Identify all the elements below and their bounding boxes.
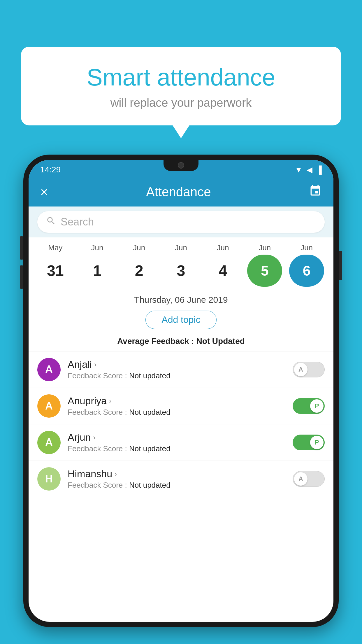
calendar-date-2[interactable]: 2	[122, 255, 157, 287]
calendar-month-6[interactable]: Jun	[289, 243, 324, 252]
student-info-anupriya: Anupriya › Feedback Score : Not updated	[68, 395, 286, 417]
student-item-himanshu[interactable]: H Himanshu › Feedback Score : Not update…	[29, 461, 333, 497]
chevron-icon-anupriya: ›	[109, 397, 111, 405]
close-button[interactable]: ×	[40, 184, 48, 200]
speech-bubble-title: Smart attendance	[38, 64, 324, 90]
search-container: Search	[29, 206, 333, 237]
calendar-month-4[interactable]: Jun	[205, 243, 240, 252]
search-icon	[46, 216, 56, 228]
toggle-anupriya[interactable]: P	[293, 398, 325, 414]
status-time: 14:29	[40, 165, 61, 174]
toggle-anjali[interactable]: A	[293, 362, 325, 377]
phone-frame: 14:29 ▼ ◀ ▐ × Attendance	[23, 155, 339, 644]
avg-feedback-label: Average Feedback :	[117, 337, 196, 346]
calendar-date-3[interactable]: 3	[164, 255, 198, 287]
chevron-icon-anjali: ›	[94, 360, 96, 369]
calendar-date-today[interactable]: 5	[247, 255, 282, 287]
toggle-himanshu[interactable]: A	[293, 471, 325, 487]
toggle-knob-anupriya: P	[310, 399, 324, 413]
student-item-anupriya[interactable]: A Anupriya › Feedback Score : Not update…	[29, 388, 333, 424]
calendar-date-4[interactable]: 4	[205, 255, 240, 287]
signal-icon: ◀	[307, 165, 312, 174]
student-name-anupriya: Anupriya ›	[68, 395, 286, 407]
student-list: A Anjali › Feedback Score : Not updated	[29, 351, 333, 497]
student-item-anjali[interactable]: A Anjali › Feedback Score : Not updated	[29, 351, 333, 388]
app-bar: × Attendance	[29, 177, 333, 206]
volume-up-button[interactable]	[20, 236, 23, 260]
student-feedback-himanshu: Feedback Score : Not updated	[68, 481, 286, 490]
student-name-anjali: Anjali ›	[68, 359, 286, 370]
front-camera	[178, 162, 184, 169]
speech-bubble-subtitle: will replace your paperwork	[38, 96, 324, 109]
add-topic-button[interactable]: Add topic	[145, 311, 216, 329]
phone-outer: 14:29 ▼ ◀ ▐ × Attendance	[23, 155, 339, 627]
toggle-knob-anjali: A	[294, 363, 307, 376]
search-placeholder: Search	[61, 216, 94, 228]
calendar-date-0[interactable]: 31	[38, 255, 73, 287]
student-info-himanshu: Himanshu › Feedback Score : Not updated	[68, 468, 286, 490]
toggle-arjun[interactable]: P	[293, 435, 325, 450]
speech-bubble: Smart attendance will replace your paper…	[21, 47, 341, 125]
calendar-months: May Jun Jun Jun Jun Jun Jun	[29, 243, 333, 252]
calendar-date-selected[interactable]: 6	[289, 255, 324, 287]
student-name-arjun: Arjun ›	[68, 432, 286, 443]
phone-screen: 14:29 ▼ ◀ ▐ × Attendance	[29, 160, 333, 622]
avg-feedback-value: Not Updated	[196, 337, 245, 346]
app-bar-title: Attendance	[48, 185, 309, 199]
student-feedback-anupriya: Feedback Score : Not updated	[68, 408, 286, 417]
avatar-himanshu: H	[37, 467, 61, 491]
toggle-knob-arjun: P	[310, 436, 324, 449]
power-button[interactable]	[339, 251, 342, 280]
student-info-arjun: Arjun › Feedback Score : Not updated	[68, 432, 286, 453]
add-topic-container: Add topic	[29, 309, 333, 334]
volume-down-button[interactable]	[20, 265, 23, 289]
calendar-month-2[interactable]: Jun	[122, 243, 157, 252]
date-label: Thursday, 06 June 2019	[29, 290, 333, 309]
speech-bubble-container: Smart attendance will replace your paper…	[21, 47, 341, 125]
toggle-knob-himanshu: A	[294, 472, 307, 486]
avatar-arjun: A	[37, 431, 61, 454]
student-feedback-arjun: Feedback Score : Not updated	[68, 444, 286, 453]
chevron-icon-himanshu: ›	[115, 470, 117, 478]
average-feedback: Average Feedback : Not Updated	[29, 334, 333, 351]
calendar-section: May Jun Jun Jun Jun Jun Jun 31 1 2 3 4	[29, 237, 333, 290]
calendar-icon[interactable]	[309, 184, 322, 200]
wifi-icon: ▼	[295, 165, 303, 174]
search-bar[interactable]: Search	[37, 211, 325, 233]
student-feedback-anjali: Feedback Score : Not updated	[68, 371, 286, 380]
calendar-date-1[interactable]: 1	[80, 255, 115, 287]
chevron-icon-arjun: ›	[93, 433, 95, 442]
calendar-month-1[interactable]: Jun	[80, 243, 115, 252]
calendar-month-3[interactable]: Jun	[164, 243, 198, 252]
phone-notch	[164, 160, 198, 171]
calendar-month-0[interactable]: May	[38, 243, 73, 252]
student-item-arjun[interactable]: A Arjun › Feedback Score : Not updated	[29, 424, 333, 461]
status-icons: ▼ ◀ ▐	[295, 165, 322, 174]
battery-icon: ▐	[317, 165, 322, 174]
calendar-month-5[interactable]: Jun	[247, 243, 282, 252]
student-name-himanshu: Himanshu ›	[68, 468, 286, 480]
avatar-anjali: A	[37, 358, 61, 381]
calendar-dates: 31 1 2 3 4 5 6	[29, 255, 333, 287]
avatar-anupriya: A	[37, 394, 61, 418]
student-info-anjali: Anjali › Feedback Score : Not updated	[68, 359, 286, 380]
